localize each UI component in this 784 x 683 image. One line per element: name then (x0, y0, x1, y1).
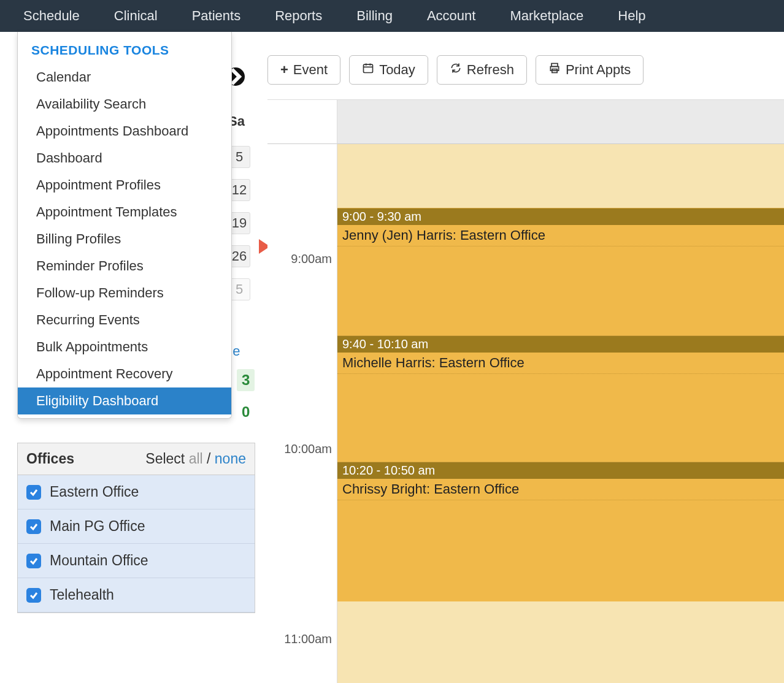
event-button-label: Event (293, 62, 328, 78)
dropdown-item-recurring-events[interactable]: Recurring Events (18, 307, 231, 334)
print-button-label: Print Appts (566, 62, 631, 78)
dropdown-item-appointment-templates[interactable]: Appointment Templates (18, 199, 231, 226)
nav-schedule[interactable]: Schedule (6, 0, 97, 32)
svg-rect-0 (364, 64, 373, 72)
refresh-icon (450, 62, 462, 78)
nav-reports[interactable]: Reports (258, 0, 339, 32)
nav-marketplace[interactable]: Marketplace (493, 0, 601, 32)
dropdown-item-appointments-dashboard[interactable]: Appointments Dashboard (18, 118, 231, 145)
offices-select-none[interactable]: none (215, 451, 246, 467)
offices-header: Offices Select all / none (18, 443, 255, 475)
print-icon (548, 62, 561, 78)
today-button[interactable]: Today (349, 55, 428, 85)
appointment-block[interactable]: 9:00 - 9:30 am Jenny (Jen) Harris: Easte… (337, 208, 784, 348)
dropdown-item-followup-reminders[interactable]: Follow-up Reminders (18, 280, 231, 307)
dropdown-item-eligibility-dashboard[interactable]: Eligibility Dashboard (18, 387, 231, 414)
dropdown-item-billing-profiles[interactable]: Billing Profiles (18, 226, 231, 253)
office-label: Eastern Office (50, 484, 139, 500)
calendar-grid[interactable]: 9:00 - 9:30 am Jenny (Jen) Harris: Easte… (337, 144, 784, 683)
dropdown-item-bulk-appointments[interactable]: Bulk Appointments (18, 334, 231, 361)
time-label-10: 10:00am (284, 442, 332, 456)
office-row[interactable]: Eastern Office (18, 475, 255, 509)
today-button-label: Today (379, 62, 415, 78)
print-button[interactable]: Print Appts (536, 55, 644, 85)
offices-panel: Offices Select all / none Eastern Office… (17, 443, 255, 613)
calendar-area: 9:00am 10:00am 11:00am 9:00 - 9:30 am Je… (267, 99, 784, 683)
calendar-day-header (267, 100, 784, 144)
refresh-button-label: Refresh (467, 62, 514, 78)
time-label-11: 11:00am (284, 632, 332, 646)
offices-select-all[interactable]: all (189, 451, 203, 467)
dropdown-section-header: SCHEDULING TOOLS (18, 32, 231, 64)
dropdown-item-appointment-profiles[interactable]: Appointment Profiles (18, 172, 231, 199)
checkbox-checked-icon[interactable] (26, 519, 41, 534)
top-nav: Schedule Clinical Patients Reports Billi… (0, 0, 784, 32)
nav-help[interactable]: Help (601, 0, 663, 32)
nav-patients[interactable]: Patients (175, 0, 258, 32)
appointment-time: 9:00 - 9:30 am (337, 208, 784, 225)
dropdown-item-reminder-profiles[interactable]: Reminder Profiles (18, 253, 231, 280)
checkbox-checked-icon[interactable] (26, 554, 41, 568)
office-row[interactable]: Mountain Office (18, 544, 255, 578)
plus-icon: + (280, 62, 288, 78)
event-button[interactable]: + Event (267, 55, 340, 85)
offices-sep: / (207, 451, 215, 467)
stat-zero: 0 (237, 401, 255, 423)
dropdown-item-dashboard[interactable]: Dashboard (18, 145, 231, 172)
calendar-icon (362, 62, 374, 78)
offices-select-label: Select (145, 451, 185, 467)
schedule-dropdown: SCHEDULING TOOLS Calendar Availability S… (17, 32, 232, 419)
office-label: Main PG Office (50, 518, 145, 535)
checkbox-checked-icon[interactable] (26, 588, 41, 603)
office-row[interactable]: Main PG Office (18, 509, 255, 544)
stat-green: 3 (237, 369, 255, 391)
nav-account[interactable]: Account (410, 0, 493, 32)
appointment-time: 9:40 - 10:10 am (337, 336, 784, 353)
calendar-toolbar: + Event Today Refresh Print Appts (267, 55, 644, 85)
refresh-button[interactable]: Refresh (437, 55, 527, 85)
appointment-block[interactable]: 9:40 - 10:10 am Michelle Harris: Eastern… (337, 335, 784, 475)
appointment-block[interactable]: 10:20 - 10:50 am Chrissy Bright: Eastern… (337, 462, 784, 601)
dropdown-item-availability-search[interactable]: Availability Search (18, 91, 231, 118)
dropdown-item-calendar[interactable]: Calendar (18, 64, 231, 91)
nav-billing[interactable]: Billing (339, 0, 410, 32)
nav-clinical[interactable]: Clinical (97, 0, 175, 32)
time-label-9: 9:00am (291, 252, 332, 266)
checkbox-checked-icon[interactable] (26, 485, 41, 500)
office-label: Mountain Office (50, 552, 148, 569)
offices-title: Offices (26, 451, 74, 467)
dropdown-item-appointment-recovery[interactable]: Appointment Recovery (18, 361, 231, 387)
office-label: Telehealth (50, 587, 114, 603)
time-gutter: 9:00am 10:00am 11:00am (267, 144, 337, 683)
appointment-label: Jenny (Jen) Harris: Eastern Office (337, 225, 784, 246)
appointment-time: 10:20 - 10:50 am (337, 462, 784, 479)
appointment-label: Chrissy Bright: Eastern Office (337, 479, 784, 500)
office-row[interactable]: Telehealth (18, 578, 255, 612)
appointment-label: Michelle Harris: Eastern Office (337, 353, 784, 374)
calendar-gutter-header (267, 100, 337, 144)
